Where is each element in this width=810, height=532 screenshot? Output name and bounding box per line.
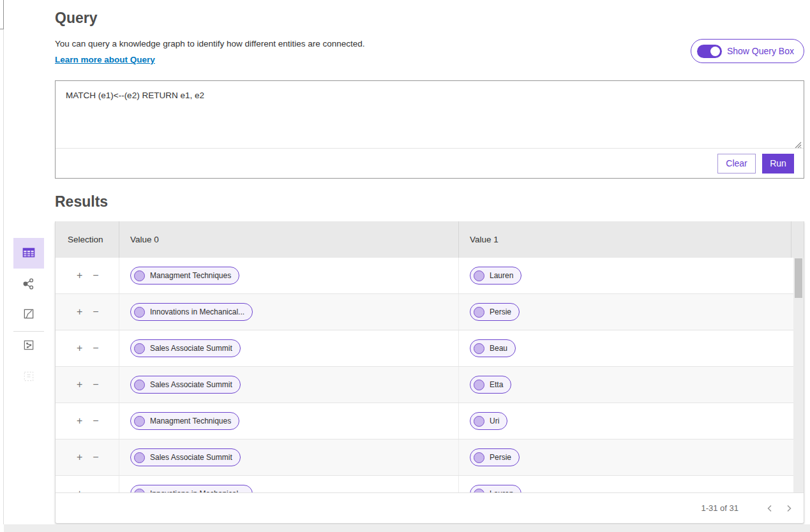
remove-from-selection-button[interactable]: − — [93, 416, 98, 426]
value1-chip[interactable]: Uri — [470, 412, 507, 430]
table-row: + − Managment Techniques Lauren — [56, 258, 804, 294]
entity-icon — [134, 307, 145, 318]
sidebar-item-layout-view-disabled — [13, 366, 44, 388]
learn-more-link[interactable]: Learn more about Query — [55, 55, 155, 64]
selection-cell: + − — [56, 403, 119, 439]
entity-icon — [474, 416, 484, 427]
entity-icon — [134, 416, 145, 427]
query-content: Query You can query a knowledge graph to… — [55, 0, 804, 532]
page-bottom-strip — [4, 524, 810, 532]
entity-icon — [134, 270, 145, 281]
remove-from-selection-button[interactable]: − — [93, 452, 98, 462]
column-header-gutter — [791, 221, 803, 258]
remove-from-selection-button[interactable]: − — [93, 343, 98, 353]
entity-label: Uri — [490, 417, 499, 425]
value1-cell: Persie — [459, 294, 791, 330]
entity-label: Lauren — [490, 271, 513, 280]
value1-cell: Lauren — [459, 476, 791, 492]
entity-icon — [474, 343, 484, 354]
value0-chip[interactable]: Innovations in Mechanical... — [130, 303, 253, 321]
table-row: + − Innovations in Mechanical... Lauren — [56, 476, 804, 492]
entity-label: Persie — [490, 307, 511, 316]
pagination-range-label: 1-31 of 31 — [701, 503, 739, 513]
toggle-switch-icon — [697, 45, 722, 58]
table-row: + − Sales Associate Summit Persie — [56, 440, 804, 476]
show-query-box-toggle[interactable]: Show Query Box — [691, 39, 804, 63]
value1-cell: Uri — [459, 403, 791, 439]
query-input[interactable]: MATCH (e1)<--(e2) RETURN e1, e2 — [56, 81, 804, 149]
selection-cell: + − — [56, 440, 119, 475]
selection-cell: + − — [56, 476, 119, 492]
entity-label: Managment Techniques — [150, 271, 231, 280]
value0-cell: Sales Associate Summit — [119, 330, 459, 366]
entity-label: Sales Associate Summit — [150, 453, 232, 462]
scrollbar-thumb[interactable] — [795, 258, 802, 298]
table-body: + − Managment Techniques Lauren + − Inno… — [56, 258, 804, 492]
run-button[interactable]: Run — [762, 154, 794, 174]
table-scrollbar[interactable] — [793, 258, 804, 492]
value0-cell: Innovations in Mechanical... — [119, 476, 459, 492]
value0-cell: Innovations in Mechanical... — [119, 294, 459, 330]
table-view-icon — [21, 245, 36, 262]
entity-label: Sales Associate Summit — [150, 344, 232, 353]
value0-chip[interactable]: Sales Associate Summit — [130, 448, 241, 466]
add-to-selection-button[interactable]: + — [77, 270, 82, 281]
value0-chip[interactable]: Managment Techniques — [130, 267, 239, 284]
sidebar-item-link-chart-view[interactable] — [13, 273, 44, 296]
value1-chip[interactable]: Lauren — [470, 485, 521, 492]
value0-cell: Sales Associate Summit — [119, 440, 459, 475]
entity-label: Persie — [490, 453, 511, 462]
table-header: Selection Value 0 Value 1 — [56, 221, 804, 258]
remove-from-selection-button[interactable]: − — [93, 270, 98, 281]
sidebar-item-table-view[interactable] — [13, 238, 44, 269]
entity-icon — [474, 270, 484, 281]
selection-cell: + − — [56, 367, 119, 403]
value1-chip[interactable]: Lauren — [470, 267, 521, 284]
resize-handle-icon[interactable] — [794, 140, 802, 147]
value1-chip[interactable]: Persie — [470, 448, 520, 466]
value1-cell: Lauren — [459, 258, 791, 293]
value1-cell: Persie — [459, 440, 791, 475]
remove-from-selection-button[interactable]: − — [93, 307, 98, 317]
add-to-selection-button[interactable]: + — [77, 307, 82, 317]
pagination-prev-button[interactable] — [761, 500, 778, 517]
table-row: + − Sales Associate Summit Etta — [56, 367, 804, 403]
results-table-card: Selection Value 0 Value 1 + − Managment … — [55, 221, 804, 524]
value0-cell: Managment Techniques — [119, 258, 459, 293]
value1-cell: Etta — [459, 367, 791, 403]
entity-label: Innovations in Mechanical... — [150, 307, 244, 316]
value0-chip[interactable]: Managment Techniques — [130, 412, 239, 430]
value0-cell: Sales Associate Summit — [119, 367, 459, 403]
clear-button[interactable]: Clear — [717, 154, 756, 174]
entity-label: Etta — [490, 380, 503, 389]
column-header-selection: Selection — [56, 221, 119, 258]
add-to-selection-button[interactable]: + — [77, 343, 82, 353]
pagination-next-button[interactable] — [781, 500, 797, 517]
value0-chip[interactable]: Sales Associate Summit — [130, 339, 241, 357]
entity-label: Beau — [490, 344, 507, 353]
entity-icon — [134, 380, 145, 390]
value1-chip[interactable]: Etta — [470, 376, 511, 394]
entity-label: Sales Associate Summit — [150, 380, 232, 389]
value1-chip[interactable]: Persie — [470, 303, 520, 321]
toggle-label: Show Query Box — [727, 46, 794, 56]
entity-icon — [134, 452, 145, 463]
sidebar-item-map-view[interactable] — [13, 303, 44, 326]
value0-chip[interactable]: Sales Associate Summit — [130, 376, 241, 394]
page-title: Query — [55, 10, 97, 27]
value0-chip[interactable]: Innovations in Mechanical... — [130, 485, 253, 492]
add-to-selection-button[interactable]: + — [77, 452, 82, 462]
link-chart-icon — [22, 277, 36, 293]
column-header-value0: Value 0 — [119, 221, 459, 258]
map-view-icon — [22, 307, 35, 322]
query-box: MATCH (e1)<--(e2) RETURN e1, e2 Clear Ru… — [55, 80, 804, 179]
value0-cell: Managment Techniques — [119, 403, 459, 439]
query-page: Query You can query a knowledge graph to… — [0, 0, 810, 532]
remove-from-selection-button[interactable]: − — [93, 380, 98, 390]
add-to-selection-button[interactable]: + — [77, 380, 82, 390]
entity-icon — [474, 452, 484, 463]
sidebar-item-map-link-chart-view[interactable] — [13, 334, 44, 357]
add-to-selection-button[interactable]: + — [77, 416, 82, 426]
value1-chip[interactable]: Beau — [470, 339, 516, 357]
table-row: + − Managment Techniques Uri — [56, 403, 804, 440]
